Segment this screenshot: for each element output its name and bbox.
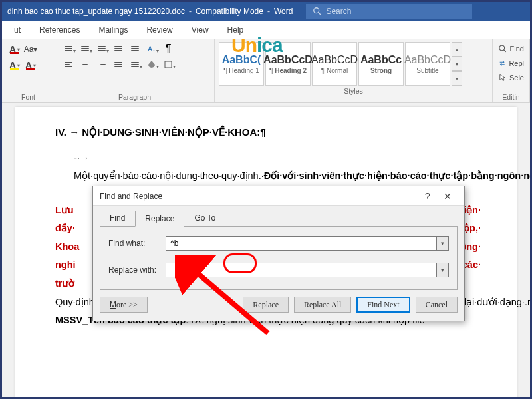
paragraph-group-label: Paragraph (61, 93, 209, 101)
style-heading1[interactable]: AaBbC(¶ Heading 1 (219, 42, 264, 86)
replace-icon (498, 59, 506, 68)
increase-indent-button[interactable] (127, 42, 143, 55)
style-strong[interactable]: AaBbCcStrong (358, 42, 404, 86)
font-group: A Aa▾ A A Font (2, 39, 55, 102)
heading: IV. → NỘI·DUNG·SINH·VIÊN·NỘP·VỀ·KHOA:¶ (55, 123, 477, 142)
more-button[interactable]: MMore >>ore >> (100, 297, 148, 313)
file-name: dinh bao cao thuc tap_update ngay 151220… (7, 7, 185, 16)
find-what-label: Find what: (108, 239, 166, 248)
find-next-button[interactable]: Find Next (356, 297, 410, 313)
find-button[interactable]: Find (498, 42, 524, 55)
tab-view[interactable]: View (182, 21, 218, 39)
app-name: Word (274, 7, 293, 16)
tab-layout[interactable]: ut (5, 21, 30, 39)
editing-group: Find Repl Sele Editin (493, 39, 530, 102)
find-replace-dialog: Find and Replace ? ✕ Find Replace Go To … (92, 186, 465, 321)
svg-rect-2 (165, 61, 172, 68)
dialog-pane: Find what: ▾ Replace with: ▾ (100, 226, 458, 290)
style-heading2[interactable]: AaBbCcD¶ Heading 2 (265, 42, 311, 86)
tab-mailings[interactable]: Mailings (89, 21, 137, 39)
find-icon (498, 44, 507, 53)
change-case-button[interactable]: Aa▾ (23, 43, 38, 56)
align-center-button[interactable] (77, 58, 93, 71)
justify-button[interactable] (110, 58, 126, 71)
align-right-button[interactable] (94, 58, 110, 71)
replace-with-dropdown[interactable]: ▾ (437, 263, 449, 277)
align-left-button[interactable] (61, 58, 76, 71)
borders-button[interactable] (160, 58, 176, 71)
tab-replace[interactable]: Replace (135, 211, 184, 227)
svg-line-4 (504, 50, 506, 52)
replace-action-button[interactable]: Replace (243, 297, 289, 313)
find-what-dropdown[interactable]: ▾ (437, 236, 449, 251)
svg-line-1 (319, 13, 321, 15)
text-fill-button[interactable]: A (23, 59, 38, 72)
numbering-button[interactable] (77, 42, 93, 55)
select-button[interactable]: Sele (498, 71, 524, 84)
replace-with-label: Replace with: (108, 265, 166, 275)
search-box[interactable]: Search (306, 4, 472, 19)
svg-point-0 (314, 8, 319, 13)
dialog-close-button[interactable]: ✕ (438, 191, 458, 201)
tab-review[interactable]: Review (137, 21, 182, 39)
styles-group: AaBbC(¶ Heading 1 AaBbCcD¶ Heading 2 AaB… (215, 39, 493, 102)
font-color-button[interactable]: A (7, 43, 22, 56)
highlight-button[interactable]: A (7, 59, 22, 72)
tab-help[interactable]: Help (218, 21, 253, 39)
ribbon: A Aa▾ A A Font A↓ ¶ (2, 39, 530, 103)
dialog-titlebar[interactable]: Find and Replace ? ✕ (93, 186, 464, 206)
line-spacing-button[interactable] (127, 58, 143, 71)
dialog-title: Find and Replace (100, 192, 418, 201)
replace-with-input[interactable] (166, 263, 437, 277)
show-marks-button[interactable]: ¶ (160, 42, 176, 55)
select-icon (498, 73, 507, 82)
svg-point-3 (499, 45, 505, 51)
dialog-help-button[interactable]: ? (418, 191, 438, 201)
replace-button[interactable]: Repl (498, 57, 524, 70)
paragraph-1: -·→ Một·quyển·báo·cáo·nội·dung·theo·quy·… (74, 149, 477, 186)
decrease-indent-button[interactable] (110, 42, 126, 55)
compat-mode: Compatibility Mode (196, 7, 263, 16)
dialog-buttons: MMore >>ore >> Replace Replace All Find … (93, 290, 464, 321)
ribbon-tabs: ut References Mailings Review View Help (2, 21, 530, 39)
shading-button[interactable] (144, 58, 160, 71)
replace-all-button[interactable]: Replace All (294, 297, 351, 313)
editing-group-label: Editin (498, 93, 524, 101)
paragraph-group: A↓ ¶ Paragraph (55, 39, 215, 102)
tab-references[interactable]: References (30, 21, 89, 39)
styles-scroll[interactable]: ▴▾▾ (452, 42, 462, 86)
sort-button[interactable]: A↓ (144, 42, 160, 55)
style-normal[interactable]: AaBbCcD¶ Normal (312, 42, 357, 86)
tab-find[interactable]: Find (100, 210, 135, 226)
multilevel-button[interactable] (94, 42, 110, 55)
find-what-input[interactable] (166, 236, 437, 251)
cancel-button[interactable]: Cancel (416, 297, 458, 313)
dialog-tabs: Find Replace Go To (93, 206, 464, 226)
search-placeholder: Search (326, 7, 351, 16)
titlebar: dinh bao cao thuc tap_update ngay 151220… (2, 2, 530, 21)
search-icon (313, 7, 322, 16)
style-subtitle[interactable]: AaBbCcDSubtitle (405, 42, 450, 86)
styles-group-label: Styles (219, 87, 488, 95)
font-group-label: Font (7, 93, 49, 101)
tab-goto[interactable]: Go To (184, 210, 225, 226)
bullets-button[interactable] (61, 42, 76, 55)
